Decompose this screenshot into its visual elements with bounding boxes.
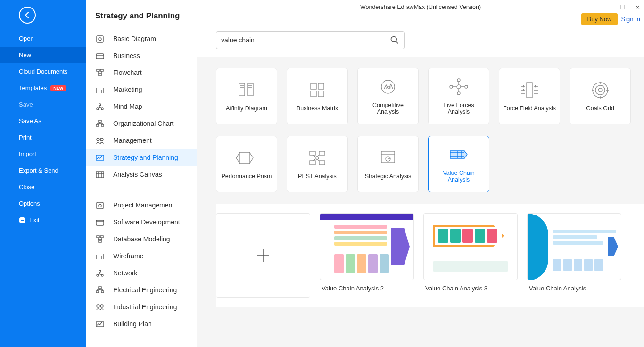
type-card-label: Affinity Diagram — [226, 105, 267, 112]
category-wireframe[interactable]: Wireframe — [86, 248, 197, 264]
menu-save-as[interactable]: Save As — [0, 113, 86, 129]
category-icon — [95, 85, 105, 94]
category-network[interactable]: Network — [86, 264, 197, 281]
menu-label: Export & Send — [19, 167, 58, 174]
svg-point-17 — [99, 204, 101, 207]
template-thumbnail — [216, 213, 310, 298]
menu-save: Save — [0, 96, 86, 113]
menu-label: Save — [19, 101, 33, 108]
svg-rect-21 — [99, 240, 101, 242]
svg-point-23 — [97, 274, 99, 276]
type-card-force-field-analysis[interactable]: Force Field Analysis — [499, 68, 560, 124]
svg-point-6 — [99, 104, 101, 106]
type-card-value-chain-analysis[interactable]: Value Chain Analysis — [428, 136, 489, 192]
category-label: Marketing — [113, 86, 142, 93]
search-input[interactable] — [221, 36, 390, 44]
minimize-button[interactable]: — — [604, 4, 611, 10]
type-card-label: Goals Grid — [586, 105, 614, 112]
category-title: Strategy and Planning — [86, 0, 197, 30]
category-label: Wireframe — [113, 252, 144, 260]
category-label: Analysis Canvas — [113, 171, 162, 178]
sign-in-link[interactable]: Sign In — [621, 16, 640, 23]
menu-options[interactable]: Options — [0, 195, 86, 212]
menu-label: Print — [19, 134, 32, 141]
type-card-icon: VS — [377, 77, 399, 96]
type-card-five-forces-analysis[interactable]: Five Forces Analysis — [428, 68, 489, 124]
category-management[interactable]: Management — [86, 132, 197, 149]
svg-point-24 — [101, 274, 103, 276]
svg-point-49 — [598, 88, 602, 92]
search-box[interactable] — [216, 31, 405, 49]
svg-rect-36 — [318, 83, 324, 89]
template-value-chain-analysis-2[interactable]: Value Chain Analysis 2 — [320, 213, 414, 298]
search-icon[interactable] — [390, 35, 399, 45]
category-icon — [95, 34, 105, 43]
menu-label: Save As — [19, 117, 41, 124]
category-label: Electrical Engineering — [113, 286, 177, 294]
category-business[interactable]: Business — [86, 47, 197, 64]
svg-point-31 — [391, 37, 397, 42]
template-value-chain-analysis[interactable]: Value Chain Analysis — [527, 213, 621, 298]
app-title: Wondershare EdrawMax (Unlicensed Version… — [360, 4, 481, 10]
buy-now-button[interactable]: Buy Now — [581, 13, 617, 25]
template-label: Value Chain Analysis 2 — [320, 280, 414, 292]
type-card-business-matrix[interactable]: Business Matrix — [287, 68, 348, 124]
svg-rect-51 — [319, 151, 325, 155]
type-card-affinity-diagram[interactable]: Affinity Diagram — [216, 68, 277, 124]
category-software-development[interactable]: Software Development — [86, 214, 197, 231]
type-card-icon — [306, 81, 329, 99]
back-button[interactable] — [19, 7, 36, 24]
category-electrical-engineering[interactable]: Electrical Engineering — [86, 281, 197, 298]
type-card-pest-analysis[interactable]: PEST Analysis — [287, 136, 348, 192]
category-marketing[interactable]: Marketing — [86, 81, 197, 98]
menu-cloud-documents[interactable]: Cloud Documents — [0, 63, 86, 80]
template-value-chain-analysis-3[interactable]: Value Chain Analysis 3 — [423, 213, 518, 298]
type-card-icon — [235, 149, 258, 167]
category-icon — [95, 252, 105, 260]
type-card-competitive-analysis[interactable]: VSCompetitive Analysis — [357, 68, 419, 124]
category-basic-diagram[interactable]: Basic Diagram — [86, 30, 197, 47]
svg-point-7 — [97, 108, 99, 110]
menu-close[interactable]: Close — [0, 179, 86, 195]
type-card-goals-grid[interactable]: Goals Grid — [570, 68, 631, 124]
svg-rect-5 — [99, 74, 101, 76]
category-organizational-chart[interactable]: Organizational Chart — [86, 115, 197, 132]
template-blank[interactable] — [216, 213, 310, 298]
svg-rect-52 — [310, 161, 315, 165]
svg-rect-50 — [310, 151, 315, 155]
type-card-label: Force Field Analysis — [503, 105, 556, 112]
category-label: Business — [113, 52, 140, 59]
menu-print[interactable]: Print — [0, 129, 86, 146]
category-analysis-canvas[interactable]: Analysis Canvas — [86, 166, 197, 183]
type-card-performance-prism[interactable]: Performance Prism — [216, 136, 277, 192]
category-industrial-engineering[interactable]: Industrial Engineering — [86, 298, 197, 315]
menu-templates[interactable]: TemplatesNEW — [0, 80, 86, 96]
category-project-management[interactable]: Project Management — [86, 197, 197, 214]
menu-open[interactable]: Open — [0, 30, 86, 47]
close-window-button[interactable]: ✕ — [635, 4, 640, 10]
file-sidebar: OpenNewCloud DocumentsTemplatesNEWSaveSa… — [0, 0, 86, 347]
type-card-icon — [447, 77, 470, 96]
category-database-modeling[interactable]: Database Modeling — [86, 231, 197, 248]
type-card-strategic-analysis[interactable]: Strategic Analysis — [357, 136, 419, 192]
category-icon — [95, 269, 105, 277]
menu-new[interactable]: New — [0, 47, 86, 63]
category-flowchart[interactable]: Flowchart — [86, 64, 197, 81]
svg-rect-18 — [96, 220, 104, 225]
type-card-label: PEST Analysis — [298, 173, 337, 180]
svg-rect-16 — [97, 202, 103, 209]
menu-export-send[interactable]: Export & Send — [0, 162, 86, 179]
menu-import[interactable]: Import — [0, 146, 86, 162]
svg-rect-10 — [96, 124, 99, 126]
category-building-plan[interactable]: Building Plan — [86, 315, 197, 332]
category-strategy-and-planning[interactable]: Strategy and Planning — [86, 149, 197, 166]
category-icon — [95, 136, 105, 145]
type-card-icon — [447, 145, 470, 164]
type-card-icon — [518, 81, 541, 99]
maximize-button[interactable]: ❐ — [620, 4, 626, 10]
menu-exit[interactable]: Exit — [0, 212, 86, 228]
template-label: Value Chain Analysis 3 — [423, 280, 518, 292]
category-label: Basic Diagram — [113, 35, 156, 42]
svg-point-8 — [101, 108, 103, 110]
category-mind-map[interactable]: Mind Map — [86, 98, 197, 115]
